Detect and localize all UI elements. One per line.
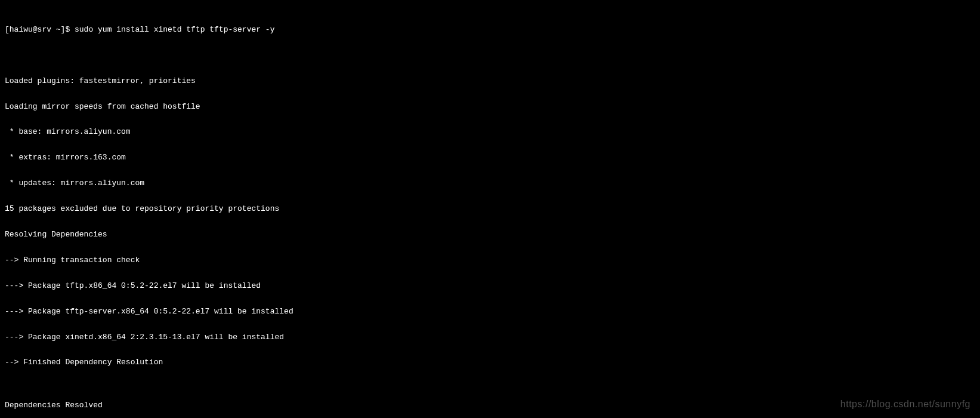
command-line: [haiwu@srv ~]$ sudo yum install xinetd t… [5, 26, 975, 34]
terminal-window[interactable]: [haiwu@srv ~]$ sudo yum install xinetd t… [0, 0, 980, 418]
watermark: https://blog.csdn.net/sunnyfg [840, 399, 970, 410]
output-header: Loaded plugins: fastestmirror, prioritie… [5, 60, 975, 418]
